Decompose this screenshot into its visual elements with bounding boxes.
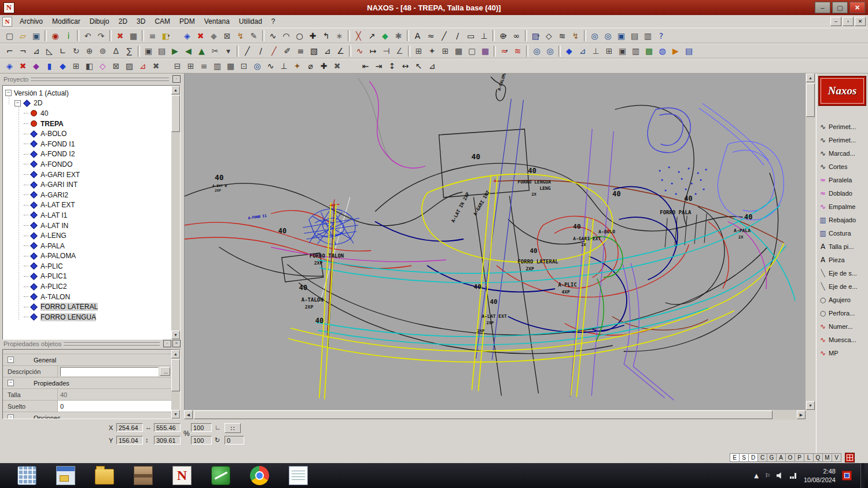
tree-item-a-fond-i1[interactable]: A-FOND I1 — [3, 139, 171, 149]
line-a-icon[interactable]: ╱ — [241, 45, 254, 57]
monitor-icon[interactable]: ▢ — [465, 45, 479, 57]
mdi-restore-button[interactable]: ▫ — [843, 17, 854, 26]
key-q[interactable]: Q — [813, 453, 823, 462]
scroll-right-button[interactable]: ▶ — [797, 410, 806, 419]
maximize-button[interactable]: ▢ — [832, 2, 848, 13]
piece-bar-icon[interactable]: ▮ — [43, 60, 56, 72]
nero-icon[interactable] — [211, 466, 230, 485]
view-close-icon[interactable]: ✖ — [330, 60, 344, 72]
hlines-icon[interactable]: ≡ — [294, 45, 307, 57]
scroll-left-button[interactable]: ◀ — [184, 410, 193, 419]
tool-perimet-0[interactable]: ∿Perimet... — [816, 120, 868, 133]
tool-marcad-2[interactable]: ∿Marcad... — [816, 146, 868, 160]
line-red-icon[interactable]: ╱ — [267, 45, 281, 57]
scale-icon[interactable]: ∆ — [109, 45, 123, 57]
tree-item-a-gari-ext[interactable]: A-GARI EXT — [3, 170, 171, 180]
save-icon[interactable]: ▣ — [30, 30, 43, 42]
piece-grid-icon[interactable]: ⊞ — [69, 60, 83, 72]
zoom-v-field[interactable]: 100 — [191, 436, 212, 445]
grid-snap-button[interactable]: ∷ — [225, 423, 241, 433]
piece-delete-icon[interactable]: ✖ — [16, 60, 30, 72]
view-target-icon[interactable]: ⊡ — [237, 60, 251, 72]
tree-item-a-fond-i2[interactable]: A-FOND I2 — [3, 149, 171, 160]
view-wave-icon[interactable]: ∿ — [264, 60, 277, 72]
tee-icon[interactable]: ⊣ — [380, 45, 393, 57]
export-icon[interactable]: ◈ — [181, 30, 194, 42]
show-desktop-strip[interactable] — [860, 463, 865, 488]
table2-icon[interactable]: ⊞ — [439, 45, 452, 57]
chamfer-icon[interactable]: ◺ — [43, 45, 56, 57]
corner-icon[interactable]: ↰ — [319, 30, 333, 42]
fill-color-icon[interactable]: ◧▾ — [159, 30, 172, 42]
snap-tri-icon[interactable]: ⊿ — [576, 45, 589, 57]
view-perp-icon[interactable]: ⊥ — [277, 60, 290, 72]
tool-mp-17[interactable]: ∿MP — [816, 346, 868, 359]
tool-agujero-13[interactable]: ○Agujero — [816, 293, 868, 306]
chrome-icon[interactable] — [250, 466, 269, 485]
view-diameter-icon[interactable]: ⌀ — [304, 60, 317, 72]
calc-icon[interactable]: ▦ — [479, 45, 492, 57]
key-e[interactable]: E — [730, 453, 740, 462]
height-value-field[interactable]: 309.61 — [154, 436, 181, 445]
link-icon[interactable]: ∞ — [510, 30, 523, 42]
sine-icon[interactable]: ∿ — [353, 45, 366, 57]
scroll-up-button[interactable]: ▲ — [806, 74, 815, 82]
tool-perfora-14[interactable]: ○Perfora... — [816, 306, 868, 320]
tree-item-a-lat-ext[interactable]: A-LAT EXT — [3, 200, 171, 211]
perpendicular-icon[interactable]: ⊥ — [477, 30, 491, 42]
zoom-h-field[interactable]: 100 — [191, 423, 212, 432]
corner-tl-icon[interactable]: ⌐ — [3, 45, 16, 57]
panel-icon[interactable]: ⊞ — [412, 45, 425, 57]
tree-group-2d[interactable]: − 2D — [3, 98, 171, 109]
layer-color-icon[interactable] — [845, 453, 855, 463]
rotate-icon[interactable]: ↻ — [69, 45, 83, 57]
piece-purple-icon[interactable]: ◆ — [30, 60, 43, 72]
tray-expand-icon[interactable]: ▲ — [754, 472, 759, 479]
collapse-icon[interactable]: − — [14, 100, 21, 107]
red-waves-icon[interactable]: ≋ — [511, 45, 524, 57]
dropdown-icon[interactable]: ▾ — [222, 45, 235, 57]
tangent-icon[interactable]: ↗ — [365, 30, 378, 42]
align-end-icon[interactable]: ⇥ — [372, 60, 385, 72]
scroll-down-button[interactable]: ▼ — [171, 331, 180, 339]
piece-del2-icon[interactable]: ✖ — [149, 60, 163, 72]
menu-item-2d[interactable]: 2D — [114, 16, 132, 27]
archive-icon[interactable] — [134, 466, 153, 485]
print-icon[interactable]: ▥ — [641, 30, 654, 42]
corner-tr-icon[interactable]: ¬ — [16, 45, 30, 57]
piece-next-icon[interactable]: ◈ — [3, 60, 16, 72]
canvas-v-scrollbar[interactable]: ▲ ▼ — [806, 74, 815, 410]
view-spark-icon[interactable]: ✦ — [290, 60, 304, 72]
section-propiedades[interactable]: − Propiedades — [3, 377, 171, 389]
piece-outline-icon[interactable]: ◇ — [96, 60, 109, 72]
tree-item-a-gari2[interactable]: A-GARI2 — [3, 190, 171, 200]
chart-icon[interactable]: ▦ — [452, 45, 465, 57]
blue-diamond-icon[interactable]: ◆ — [562, 45, 576, 57]
undo-icon[interactable]: ↶ — [81, 30, 94, 42]
line-b-icon[interactable]: ∕ — [254, 45, 267, 57]
wave-icon[interactable]: ≈ — [424, 30, 437, 42]
menu-item-pdm[interactable]: PDM — [175, 16, 200, 27]
tree-item-a-plic2[interactable]: A-PLIC2 — [3, 281, 171, 292]
view-grid-icon[interactable]: ▦ — [224, 60, 237, 72]
mdi-minimize-button[interactable]: – — [830, 17, 841, 26]
scroll-thumb[interactable] — [171, 95, 180, 132]
tool-eje-de-s-11[interactable]: ╲Eje de s... — [816, 266, 868, 280]
piece-hatch-icon[interactable]: ▨ — [123, 60, 136, 72]
tool-numer-15[interactable]: ∿Numer... — [816, 320, 868, 333]
angle-icon[interactable]: ∟ — [56, 45, 69, 57]
measure-angle-icon[interactable]: ∠ — [334, 45, 347, 57]
key-d[interactable]: D — [748, 453, 758, 462]
tool-icon[interactable]: ✦ — [425, 45, 439, 57]
collapse-icon[interactable]: − — [8, 414, 14, 419]
naxos-icon[interactable]: N — [172, 466, 192, 485]
tree-item-a-gari-int[interactable]: A-GARI INT — [3, 179, 171, 190]
tool-talla-pi-9[interactable]: ATalla pi... — [816, 240, 868, 253]
section-general[interactable]: − General — [3, 354, 171, 366]
tree-item-a-lat-i1[interactable]: A-LAT I1 — [3, 210, 171, 221]
explorer-icon[interactable] — [56, 466, 75, 485]
descripcion-input[interactable] — [60, 367, 159, 376]
mapsto-icon[interactable]: ↦ — [366, 45, 380, 57]
next-icon[interactable]: ▶ — [168, 45, 182, 57]
diamond-outline-icon[interactable]: ◇ — [542, 30, 556, 42]
